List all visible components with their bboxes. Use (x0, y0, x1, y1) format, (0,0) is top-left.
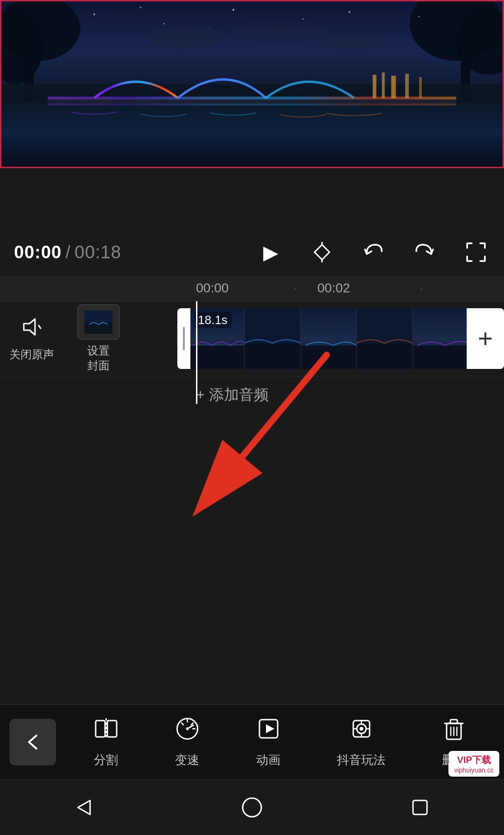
transport-bar: 00:00 / 00:18 ▶ (0, 229, 504, 276)
timeline-container: 00:00 · 00:02 · 关闭原声 (0, 276, 504, 516)
svg-rect-14 (382, 72, 385, 98)
speed-icon (175, 716, 200, 747)
svg-point-27 (233, 24, 326, 42)
svg-point-19 (163, 23, 165, 24)
speed-label: 变速 (175, 752, 199, 768)
svg-rect-17 (419, 77, 422, 98)
svg-point-64 (359, 727, 363, 730)
split-icon (93, 716, 119, 747)
svg-rect-41 (301, 346, 357, 369)
svg-point-28 (317, 34, 382, 51)
clip-left-handle[interactable] (177, 308, 190, 369)
svg-line-32 (39, 326, 41, 328)
mute-label: 关闭原声 (9, 347, 54, 362)
fullscreen-button[interactable] (462, 238, 490, 266)
svg-rect-1 (1, 98, 503, 167)
cover-control[interactable]: 设置封面 (77, 304, 119, 372)
split-label: 分割 (94, 752, 118, 768)
svg-rect-77 (413, 800, 427, 814)
time-current: 00:00 (14, 242, 62, 262)
nav-recent-button[interactable] (401, 789, 439, 826)
ruler-time-2: 00:02 (317, 281, 350, 296)
add-clip-button[interactable]: + (467, 308, 504, 369)
timeline-ruler: 00:00 · 00:02 · (0, 276, 504, 301)
svg-marker-61 (266, 724, 274, 733)
track-controls: 关闭原声 设置封面 (0, 304, 177, 372)
vip-label: VIP下载 (454, 754, 494, 766)
undo-button[interactable] (359, 238, 387, 266)
svg-rect-12 (48, 104, 456, 106)
svg-point-25 (140, 7, 141, 8)
time-display: 00:00 / 00:18 (14, 242, 121, 262)
mute-icon (20, 315, 43, 343)
ruler-dot-2: · (420, 283, 423, 294)
time-separator: / (65, 242, 71, 262)
video-clip-container: 18.1s (177, 308, 504, 369)
add-audio-button[interactable]: + 添加音频 (196, 385, 269, 405)
video-scene-svg (1, 1, 503, 167)
ruler-time-0: 00:00 (196, 281, 229, 296)
cover-thumbnail (77, 304, 119, 340)
video-track-scroll: 18.1s (177, 308, 504, 369)
clip-duration: 18.1s (194, 312, 231, 328)
svg-marker-31 (24, 319, 35, 335)
svg-rect-16 (405, 74, 409, 98)
mute-control[interactable]: 关闭原声 (9, 315, 54, 362)
svg-line-55 (187, 725, 193, 729)
timeline-empty (0, 413, 504, 516)
svg-marker-75 (78, 800, 90, 814)
svg-rect-50 (96, 721, 105, 737)
ruler-dot-1: · (294, 283, 297, 294)
svg-point-23 (419, 16, 420, 17)
toolbar-tiktok[interactable]: 抖音玩法 (337, 716, 385, 768)
toolbar-split[interactable]: 分割 (93, 716, 119, 768)
play-button[interactable]: ▶ (257, 238, 285, 266)
main-container: 00:00 / 00:18 ▶ (0, 0, 504, 835)
toolbar-items: 分割 变速 (56, 716, 504, 768)
svg-point-76 (243, 798, 261, 817)
clip-content: 18.1s (190, 308, 467, 369)
add-audio-label: + 添加音频 (196, 385, 269, 405)
tiktok-label: 抖音玩法 (337, 752, 385, 768)
clip-thumbnails (190, 308, 467, 369)
svg-rect-36 (190, 346, 245, 369)
svg-rect-51 (107, 721, 117, 737)
redo-button[interactable] (411, 238, 439, 266)
video-preview (0, 0, 504, 168)
animation-label: 动画 (256, 752, 280, 768)
toolbar-animation[interactable]: 动画 (256, 716, 281, 768)
svg-line-58 (191, 723, 193, 725)
cover-label: 设置封面 (87, 343, 110, 372)
transport-controls: ▶ (257, 238, 490, 266)
toolbar-back-button[interactable] (9, 719, 56, 765)
svg-rect-39 (245, 343, 301, 369)
svg-rect-43 (357, 343, 413, 369)
animation-icon (256, 716, 281, 747)
toolbar: 分割 变速 (0, 704, 504, 779)
svg-line-56 (182, 723, 183, 725)
tiktok-icon (349, 716, 374, 747)
nav-back-button[interactable] (65, 789, 103, 826)
nav-home-button[interactable] (233, 789, 271, 826)
keyframe-button[interactable] (308, 238, 336, 266)
svg-rect-71 (450, 720, 457, 723)
svg-point-21 (302, 18, 304, 20)
svg-rect-15 (391, 76, 396, 98)
svg-point-20 (232, 9, 234, 11)
nav-bar (0, 779, 504, 835)
svg-point-22 (349, 11, 350, 13)
vip-url: viphuiyuan.cc (454, 766, 494, 774)
toolbar-speed[interactable]: 变速 (175, 716, 200, 768)
delete-icon (441, 716, 467, 747)
vip-badge: VIP下载 viphuiyuan.cc (448, 751, 499, 777)
svg-rect-13 (373, 75, 377, 98)
audio-track-row: + 添加音频 (0, 376, 504, 413)
dark-gap (0, 168, 504, 229)
svg-point-18 (93, 14, 95, 15)
track-area: 关闭原声 设置封面 (0, 301, 504, 376)
time-total: 00:18 (75, 242, 121, 262)
svg-rect-45 (413, 346, 467, 369)
svg-point-26 (150, 26, 224, 50)
